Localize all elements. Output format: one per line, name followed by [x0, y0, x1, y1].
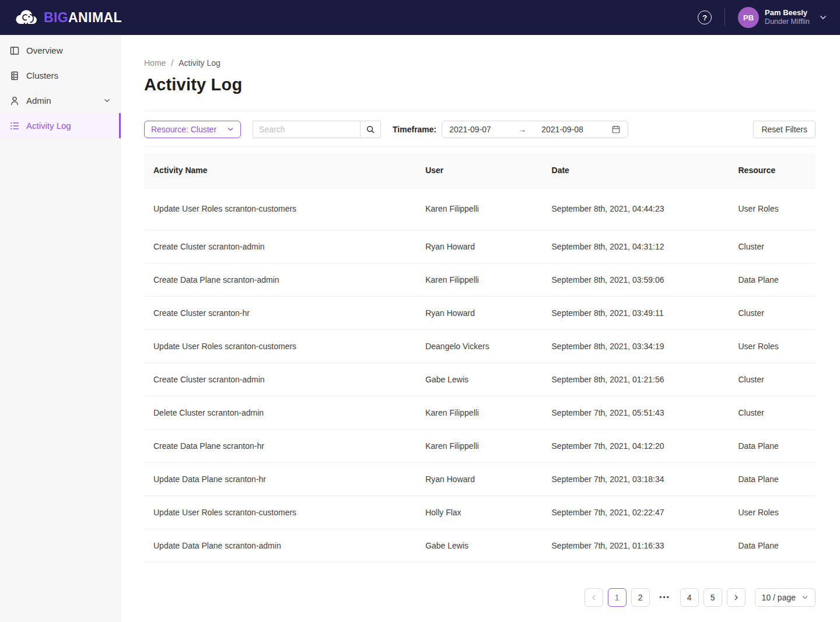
cell-resource: User Roles [729, 329, 816, 363]
sidebar-item-label: Overview [26, 45, 63, 55]
cell-user: Gabe Lewis [416, 529, 542, 562]
column-header-resource: Resource [729, 153, 816, 188]
cell-resource: User Roles [729, 188, 816, 230]
resource-filter-value: Resource: Cluster [151, 125, 216, 134]
cell-resource: User Roles [729, 496, 816, 529]
divider-above-filters [144, 111, 816, 111]
timeframe-range-picker[interactable]: 2021-09-07 → 2021-09-08 [442, 121, 628, 138]
overview-icon [9, 45, 20, 56]
sidebar-item-clusters[interactable]: Clusters [0, 63, 120, 88]
cell-user: Gabe Lewis [416, 363, 542, 396]
search-group [253, 121, 381, 138]
chevron-down-icon [227, 126, 234, 133]
sidebar-item-overview[interactable]: Overview [0, 38, 120, 63]
clusters-icon [9, 71, 20, 81]
user-meta: Pam Beesly Dunder Mifflin [765, 8, 810, 27]
cell-date: September 7th, 2021, 05:51:43 [542, 396, 729, 429]
sidebar-item-label: Activity Log [26, 121, 71, 131]
page-size-select[interactable]: 10 / page [755, 588, 816, 607]
pagination-page-5[interactable]: 5 [704, 588, 722, 607]
chevron-left-icon [590, 594, 597, 601]
activity-log-icon [9, 121, 20, 131]
cell-activity: Create Cluster scranton-admin [144, 230, 416, 263]
user-name: Pam Beesly [765, 8, 810, 17]
date-to-value[interactable]: 2021-09-08 [541, 125, 583, 134]
pagination: 12•••45 10 / page [144, 588, 816, 607]
cell-activity: Update User Roles scranton-customers [144, 188, 416, 230]
cell-activity: Delete Cluster scranton-admin [144, 396, 416, 429]
chevron-down-icon [819, 13, 827, 22]
cell-activity: Create Cluster scranton-admin [144, 363, 416, 396]
search-input[interactable] [253, 121, 360, 138]
search-icon [366, 125, 375, 134]
pagination-prev-button[interactable] [584, 588, 603, 607]
sidebar-item-label: Clusters [26, 71, 58, 80]
cell-user: Karen Filippelli [416, 396, 542, 429]
cell-date: September 8th, 2021, 04:31:12 [542, 230, 729, 263]
pagination-ellipsis: ••• [654, 588, 676, 607]
resource-filter-select[interactable]: Resource: Cluster [144, 121, 241, 138]
sidebar-item-label: Admin [26, 96, 51, 106]
admin-icon [9, 96, 20, 106]
cell-resource: Cluster [729, 396, 816, 429]
column-header-user: User [416, 153, 542, 188]
help-icon[interactable]: ? [698, 10, 712, 24]
cell-user: Ryan Howard [416, 296, 542, 329]
cell-activity: Create Cluster scranton-hr [144, 296, 416, 329]
breadcrumb-separator: / [171, 58, 173, 68]
cell-activity: Update Data Plane scranton-hr [144, 462, 416, 496]
user-org: Dunder Mifflin [765, 17, 810, 27]
pagination-next-button[interactable] [727, 588, 746, 607]
sidebar-item-admin[interactable]: Admin [0, 88, 120, 113]
biganimal-elephant-cloud-icon [14, 8, 40, 27]
brand-word-big: BIG [44, 10, 68, 25]
table-row: Create Data Plane scranton-adminKaren Fi… [144, 263, 816, 296]
pagination-page-1[interactable]: 1 [608, 588, 626, 607]
main-content: Home / Activity Log Activity Log Resourc… [121, 35, 840, 622]
cell-date: September 7th, 2021, 02:22:47 [542, 496, 729, 529]
cell-resource: Data Plane [729, 263, 816, 296]
table-row: Update Data Plane scranton-adminGabe Lew… [144, 529, 816, 562]
calendar-icon[interactable] [611, 125, 621, 134]
table-row: Update Data Plane scranton-hrRyan Howard… [144, 462, 816, 496]
cell-activity: Update User Roles scranton-customers [144, 329, 416, 363]
breadcrumb-home[interactable]: Home [144, 58, 166, 68]
cell-date: September 8th, 2021, 03:59:06 [542, 263, 729, 296]
breadcrumb: Home / Activity Log [144, 58, 816, 68]
cell-user: Ryan Howard [416, 462, 542, 496]
table-row: Update User Roles scranton-customersDean… [144, 329, 816, 363]
cell-date: September 8th, 2021, 04:44:23 [542, 188, 729, 230]
cell-date: September 7th, 2021, 01:16:33 [542, 529, 729, 562]
column-header-activity-name: Activity Name [144, 153, 416, 188]
brand-logo[interactable]: BIGANIMAL [14, 8, 122, 27]
cell-date: September 7th, 2021, 04:12:20 [542, 429, 729, 462]
breadcrumb-current: Activity Log [178, 58, 220, 68]
cell-resource: Cluster [729, 296, 816, 329]
table-row: Delete Cluster scranton-adminKaren Filip… [144, 396, 816, 429]
pagination-page-2[interactable]: 2 [631, 588, 650, 607]
date-from-value[interactable]: 2021-09-07 [449, 125, 518, 134]
user-menu[interactable]: PB Pam Beesly Dunder Mifflin [738, 7, 827, 28]
cell-resource: Cluster [729, 363, 816, 396]
cell-date: September 8th, 2021, 01:21:56 [542, 363, 729, 396]
chevron-down-icon [103, 97, 111, 104]
cell-user: Holly Flax [416, 496, 542, 529]
sidebar-item-activity-log[interactable]: Activity Log [0, 113, 121, 138]
search-button[interactable] [360, 121, 381, 138]
pagination-page-4[interactable]: 4 [680, 588, 699, 607]
table-row: Create Cluster scranton-adminRyan Howard… [144, 230, 816, 263]
cell-activity: Create Data Plane scranton-hr [144, 429, 416, 462]
table-row: Update User Roles scranton-customersHoll… [144, 496, 816, 529]
cell-date: September 8th, 2021, 03:49:11 [542, 296, 729, 329]
help-glyph: ? [702, 13, 707, 22]
cell-resource: Data Plane [729, 529, 816, 562]
filter-bar: Resource: Cluster Timeframe: 2021-09-07 … [144, 121, 816, 138]
reset-filters-button[interactable]: Reset Filters [753, 121, 816, 138]
cell-date: September 7th, 2021, 03:18:34 [542, 462, 729, 496]
cell-user: Deangelo Vickers [416, 329, 542, 363]
range-arrow-icon: → [518, 125, 541, 134]
table-row: Create Data Plane scranton-hrKaren Filip… [144, 429, 816, 462]
column-header-date: Date [542, 153, 729, 188]
cell-resource: Data Plane [729, 429, 816, 462]
chevron-right-icon [733, 594, 740, 601]
